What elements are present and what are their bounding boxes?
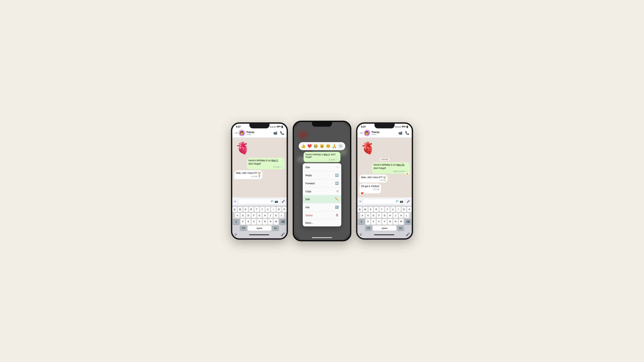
delete-key-left[interactable]: ⌫: [279, 219, 286, 225]
context-menu-reply[interactable]: Reply ↩️: [303, 171, 341, 179]
key-y-left[interactable]: Y: [260, 207, 265, 212]
reaction-wow[interactable]: 😮: [320, 144, 324, 148]
camera-input-icon-right[interactable]: 📷: [400, 200, 403, 203]
key-i-right[interactable]: I: [396, 207, 401, 212]
key-i-left[interactable]: I: [271, 207, 276, 212]
contact-status-right: online: [372, 133, 397, 135]
key-y-right[interactable]: Y: [385, 207, 390, 212]
key-w-left[interactable]: W: [238, 207, 242, 212]
input-field-right[interactable]: 🏷 📷: [362, 199, 405, 204]
question-mark-left: ❓: [258, 175, 261, 178]
key-u-left[interactable]: U: [266, 207, 270, 212]
reaction-sad[interactable]: 🥺: [326, 144, 330, 148]
mic-button-left[interactable]: 🎤: [282, 200, 285, 203]
reaction-thumbsup[interactable]: 👍: [301, 144, 306, 148]
key-q-left[interactable]: Q: [232, 207, 237, 212]
context-menu-info[interactable]: Info ℹ️: [303, 203, 341, 211]
key-h-left[interactable]: H: [263, 213, 267, 218]
key-d-left[interactable]: D: [246, 213, 251, 218]
key-l-left[interactable]: L: [279, 213, 284, 218]
key-t-right[interactable]: T: [380, 207, 384, 212]
video-call-button-right[interactable]: 📹: [398, 131, 402, 135]
key-j-left[interactable]: J: [268, 213, 273, 218]
shift-key-left[interactable]: ⇧: [232, 219, 240, 225]
context-menu-delete[interactable]: Delete 🗑: [303, 211, 341, 219]
key-h-right[interactable]: H: [388, 213, 392, 218]
key-m-left[interactable]: M: [274, 219, 278, 225]
key-n-left[interactable]: N: [268, 219, 273, 225]
mic-button-right[interactable]: 🎤: [407, 200, 410, 203]
battery-icon: ▓: [282, 125, 283, 128]
reaction-pray[interactable]: 🙏: [332, 144, 336, 148]
key-b-left[interactable]: B: [263, 219, 267, 225]
plus-button-left[interactable]: +: [234, 199, 236, 204]
key-a-right[interactable]: A: [360, 213, 365, 218]
num-key-right[interactable]: 123: [365, 226, 372, 231]
emoji-key-left[interactable]: ☺: [234, 232, 237, 236]
key-z-right[interactable]: Z: [366, 219, 370, 225]
context-menu-edit[interactable]: Edit ✏️: [303, 195, 341, 203]
key-r-left[interactable]: R: [249, 207, 254, 212]
key-s-left[interactable]: S: [240, 213, 245, 218]
video-call-button-left[interactable]: 📹: [273, 131, 278, 135]
key-e-right[interactable]: E: [368, 207, 373, 212]
key-x-right[interactable]: X: [371, 219, 376, 225]
key-l-right[interactable]: L: [404, 213, 409, 218]
key-d-right[interactable]: D: [371, 213, 376, 218]
emoji-key-right[interactable]: ☺: [359, 232, 362, 236]
space-key-right[interactable]: space: [373, 226, 396, 231]
key-q-right[interactable]: Q: [358, 207, 362, 212]
key-x-left[interactable]: X: [246, 219, 251, 225]
mic-key-left[interactable]: 🎤: [281, 232, 285, 236]
key-e-left[interactable]: E: [243, 207, 248, 212]
key-r-right[interactable]: R: [374, 207, 379, 212]
reaction-laugh[interactable]: 😂: [314, 144, 318, 148]
key-o-left[interactable]: O: [276, 207, 281, 212]
key-w-right[interactable]: W: [363, 207, 368, 212]
phone-button-right[interactable]: 📞: [405, 131, 410, 135]
key-f-left[interactable]: F: [252, 213, 256, 218]
key-b-right[interactable]: B: [388, 219, 392, 225]
back-button-left[interactable]: ‹ 4: [234, 131, 237, 135]
context-menu-more[interactable]: More...: [303, 219, 341, 226]
key-o-right[interactable]: O: [402, 207, 406, 212]
go-key-right[interactable]: Go: [397, 226, 404, 231]
key-k-left[interactable]: K: [274, 213, 278, 218]
sticker-input-icon-right[interactable]: 🏷: [396, 200, 398, 203]
mic-key-right[interactable]: 🎤: [406, 232, 410, 236]
input-field-left[interactable]: 🏷 📷: [238, 199, 280, 204]
key-c-right[interactable]: C: [377, 219, 381, 225]
key-m-right[interactable]: M: [399, 219, 404, 225]
go-key-left[interactable]: Go: [272, 226, 279, 231]
key-p-left[interactable]: P: [282, 207, 287, 212]
context-menu-forward[interactable]: Forward ↪️: [303, 179, 341, 187]
plus-button-right[interactable]: +: [359, 199, 361, 204]
key-p-right[interactable]: P: [407, 207, 412, 212]
more-reactions-button[interactable]: +: [338, 144, 343, 148]
context-menu-star[interactable]: Star ☆: [303, 163, 341, 171]
delete-key-right[interactable]: ⌫: [404, 219, 412, 225]
context-menu-copy[interactable]: Copy ⧉: [303, 187, 341, 195]
camera-input-icon-left[interactable]: 📷: [275, 200, 278, 203]
key-v-left[interactable]: V: [257, 219, 262, 225]
key-g-left[interactable]: G: [257, 213, 262, 218]
key-s-right[interactable]: S: [366, 213, 370, 218]
key-a-left[interactable]: A: [235, 213, 240, 218]
key-c-left[interactable]: C: [252, 219, 256, 225]
key-n-right[interactable]: N: [393, 219, 398, 225]
key-g-right[interactable]: G: [382, 213, 387, 218]
key-f-right[interactable]: F: [377, 213, 381, 218]
sticker-input-icon-left[interactable]: 🏷: [271, 200, 273, 203]
key-j-right[interactable]: J: [393, 213, 398, 218]
key-v-right[interactable]: V: [382, 219, 387, 225]
space-key-left[interactable]: space: [248, 226, 271, 231]
num-key-left[interactable]: 123: [240, 226, 247, 231]
phone-button-left[interactable]: 📞: [280, 131, 284, 135]
key-u-right[interactable]: U: [390, 207, 395, 212]
shift-key-right[interactable]: ⇧: [358, 219, 365, 225]
key-z-left[interactable]: Z: [240, 219, 245, 225]
key-k-right[interactable]: K: [399, 213, 404, 218]
back-button-right[interactable]: ‹ 4: [360, 131, 362, 135]
reaction-heart[interactable]: ❤️: [307, 144, 312, 148]
key-t-left[interactable]: T: [254, 207, 259, 212]
